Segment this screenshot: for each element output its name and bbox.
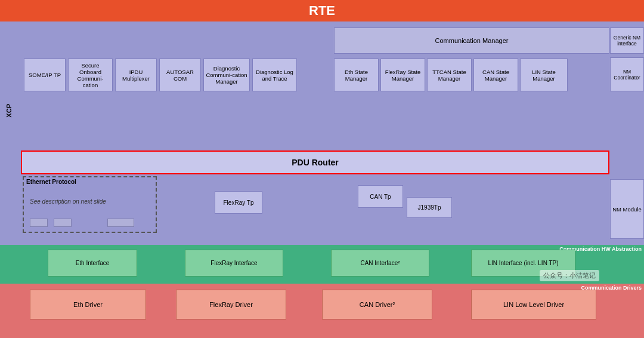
- generic-nm-interface-box: Generic NM interface: [610, 27, 644, 54]
- diag-log-trace-box: Diagnostic Log and Trace: [252, 59, 297, 91]
- ttcan-state-manager-box: TTCAN State Manager: [427, 59, 472, 91]
- can-state-manager-box: CAN State Manager: [473, 59, 518, 91]
- eth-state-manager-box: Eth State Manager: [334, 59, 379, 91]
- j1939tp-box: J1939Tp: [407, 197, 452, 218]
- main-container: RTE Signals I-PDU: [0, 0, 644, 338]
- can-driver-box: CAN Driver²: [322, 290, 432, 319]
- secure-onboard-box: Secure Onboard Communi-cation: [68, 59, 113, 91]
- comm-manager-box: Communication Manager: [334, 27, 609, 54]
- eth-driver-box: Eth Driver: [30, 290, 146, 319]
- flexray-driver-box: FlexRay Driver: [176, 290, 286, 319]
- rte-header: RTE: [0, 0, 644, 21]
- diag-comm-manager-box: Diagnostic Communi-cation Manager: [203, 59, 250, 91]
- pdu-router-box: PDU Router: [21, 150, 609, 174]
- flexray-state-manager-box: FlexRay State Manager: [380, 59, 425, 91]
- watermark: 公众号：小洁笔记: [540, 270, 599, 281]
- red-area: Communication Drivers Eth Driver FlexRay…: [0, 284, 644, 338]
- lin-driver-box: LIN Low Level Driver: [471, 290, 596, 319]
- see-desc-label: See description on next slide: [30, 198, 106, 205]
- flexray-tp-box: FlexRay Tp: [215, 191, 262, 214]
- eth-interface-box: Eth Interface: [48, 250, 137, 276]
- can-tp-box: CAN Tp: [358, 185, 403, 208]
- lin-state-manager-box: LIN State Manager: [520, 59, 568, 91]
- eth-inner-box2: [54, 219, 72, 227]
- nm-module-box: NM Module: [610, 179, 644, 239]
- ethernet-protocol-box: Ethernet Protocol See description on nex…: [23, 176, 157, 233]
- flexray-interface-box: FlexRay Interface: [185, 250, 283, 276]
- can-interface-box: CAN Interface²: [331, 250, 429, 276]
- autosar-com-box: AUTOSAR COM: [159, 59, 201, 91]
- nm-coordinator-box: NM Coordinator: [610, 57, 644, 91]
- some-ip-tp-box: SOME/IP TP: [24, 59, 66, 91]
- xcp-label: XCP: [3, 81, 15, 140]
- eth-inner-box3: [107, 219, 134, 227]
- ipdu-multiplexer-box: IPDU Multiplexer: [115, 59, 157, 91]
- eth-inner-box1: [30, 219, 48, 227]
- eth-protocol-label: Ethernet Protocol: [26, 179, 76, 185]
